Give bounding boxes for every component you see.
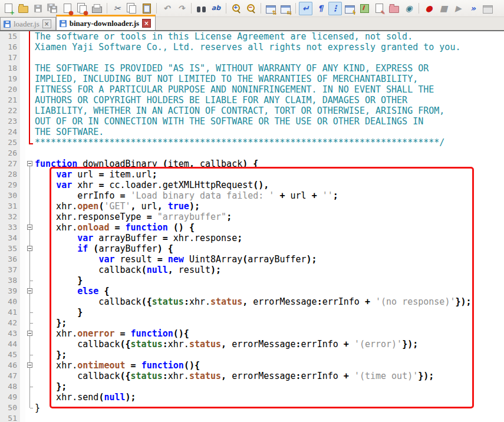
fold-margin bbox=[25, 275, 35, 286]
line-number: 32 bbox=[0, 212, 20, 222]
bookmark-margin bbox=[20, 328, 25, 339]
toolbar-separator bbox=[419, 3, 419, 14]
code-text: }; bbox=[35, 350, 67, 360]
fold-margin bbox=[25, 95, 35, 106]
macro-record-icon[interactable]: ● bbox=[422, 2, 436, 15]
macro-save-icon[interactable] bbox=[481, 2, 495, 15]
close-tab-icon[interactable]: × bbox=[42, 19, 51, 28]
fold-margin bbox=[25, 339, 35, 350]
code-text: callback(null, result); bbox=[35, 265, 221, 275]
bookmark-margin bbox=[20, 212, 25, 222]
fold-collapse-icon[interactable] bbox=[27, 362, 32, 368]
code-text: }; bbox=[35, 381, 67, 392]
zoom-in-icon[interactable]: + bbox=[229, 2, 243, 15]
code-text: Xiamen Yaji Software Co., Ltd. reserves … bbox=[35, 42, 460, 52]
zoom-out-icon[interactable]: − bbox=[244, 2, 258, 15]
line-number: 25 bbox=[0, 137, 20, 148]
code-line: 27function downloadBinary (item, callbac… bbox=[0, 159, 504, 169]
line-number: 20 bbox=[0, 84, 20, 95]
fold-margin bbox=[25, 159, 35, 169]
monitoring-eye-icon[interactable]: ◉ bbox=[402, 2, 416, 15]
bookmark-margin bbox=[20, 63, 25, 74]
tab-label: binary-downloader.js bbox=[70, 19, 139, 28]
line-number: 19 bbox=[0, 74, 20, 84]
line-number: 28 bbox=[0, 169, 20, 180]
cut-icon[interactable]: ✂ bbox=[110, 2, 124, 15]
code-line: 49 xhr.send(null); bbox=[0, 392, 504, 403]
macro-play-icon[interactable]: ▶ bbox=[452, 2, 465, 15]
bookmark-margin bbox=[20, 116, 25, 127]
paste-icon[interactable] bbox=[140, 2, 153, 15]
code-text: errInfo = 'Load binary data failed: ' + … bbox=[35, 190, 338, 201]
fold-collapse-icon[interactable] bbox=[27, 246, 32, 251]
replace-icon[interactable]: ab bbox=[209, 2, 223, 15]
code-editor[interactable]: 15The software or tools in this License … bbox=[0, 31, 504, 422]
fold-margin bbox=[25, 233, 35, 243]
code-line: 19IMPLIED, INCLUDING BUT NOT LIMITED TO … bbox=[0, 74, 504, 84]
code-line: 48 }; bbox=[0, 381, 504, 392]
undo-icon[interactable]: ↶ bbox=[160, 2, 173, 15]
show-all-characters-icon[interactable]: ¶ bbox=[314, 2, 327, 15]
code-line: 18THE SOFTWARE IS PROVIDED "AS IS", WITH… bbox=[0, 63, 504, 74]
tab-loader-js[interactable]: loader.js × bbox=[0, 17, 56, 30]
code-line: 34 var arrayBuffer = xhr.response; bbox=[0, 233, 504, 243]
code-text: xhr.open('GET', url, true); bbox=[35, 201, 200, 212]
fold-collapse-icon[interactable] bbox=[27, 225, 32, 230]
function-list-icon[interactable]: ✎ bbox=[373, 2, 386, 15]
redo-icon[interactable]: ↷ bbox=[174, 2, 188, 15]
code-text: xhr.responseType = "arraybuffer"; bbox=[35, 212, 232, 222]
line-number: 51 bbox=[0, 413, 20, 422]
line-number: 42 bbox=[0, 318, 20, 328]
fold-collapse-icon[interactable] bbox=[27, 331, 32, 336]
code-line: 45 }; bbox=[0, 350, 504, 360]
find-icon[interactable] bbox=[195, 2, 208, 15]
fold-margin bbox=[25, 350, 35, 360]
open-file-icon[interactable] bbox=[17, 2, 30, 15]
code-text: LIABILITY, WHETHER IN AN ACTION OF CONTR… bbox=[35, 106, 444, 116]
line-number: 50 bbox=[0, 403, 20, 413]
new-file-icon[interactable]: + bbox=[2, 2, 15, 15]
bookmark-margin bbox=[20, 127, 25, 137]
close-file-icon[interactable]: ● bbox=[61, 2, 74, 15]
save-icon[interactable] bbox=[31, 2, 45, 15]
line-number: 15 bbox=[0, 31, 20, 42]
code-text: var xhr = cc.loader.getXMLHttpRequest(), bbox=[35, 180, 269, 190]
code-line: 31 xhr.open('GET', url, true); bbox=[0, 201, 504, 212]
bookmark-margin bbox=[20, 286, 25, 296]
bookmark-margin bbox=[20, 31, 25, 42]
indent-guide-icon[interactable]: ⋮ bbox=[328, 2, 342, 15]
fold-margin bbox=[25, 307, 35, 318]
fold-collapse-icon[interactable] bbox=[27, 161, 32, 166]
sync-horizontal-scroll-icon[interactable]: ⇆ bbox=[279, 2, 292, 15]
bookmark-margin bbox=[20, 339, 25, 350]
close-tab-icon[interactable]: × bbox=[142, 19, 151, 28]
code-text: OUT OF OR IN CONNECTION WITH THE SOFTWAR… bbox=[35, 116, 423, 127]
code-line: 36 var result = new Uint8Array(arrayBuff… bbox=[0, 254, 504, 265]
fold-margin bbox=[25, 381, 35, 392]
line-number: 44 bbox=[0, 339, 20, 350]
line-number: 34 bbox=[0, 233, 20, 243]
code-line: 51 bbox=[0, 413, 504, 422]
tab-binary-downloader-js[interactable]: binary-downloader.js × bbox=[56, 15, 156, 30]
folder-as-workspace-icon[interactable] bbox=[387, 2, 401, 15]
macro-stop-icon[interactable]: ■ bbox=[437, 2, 450, 15]
user-defined-language-icon[interactable]: ϟ bbox=[343, 2, 357, 15]
sync-vertical-scroll-icon[interactable]: ⇅ bbox=[264, 2, 278, 15]
bookmark-margin bbox=[20, 95, 25, 106]
toolbar-separator bbox=[191, 3, 192, 14]
print-icon[interactable] bbox=[90, 2, 104, 15]
code-lines: 15The software or tools in this License … bbox=[0, 31, 504, 422]
document-map-icon[interactable] bbox=[358, 2, 371, 15]
fold-margin bbox=[25, 74, 35, 84]
fold-collapse-icon[interactable] bbox=[27, 288, 32, 294]
code-text: xhr.send(null); bbox=[35, 392, 136, 403]
fold-margin bbox=[25, 116, 35, 127]
code-text: }; bbox=[35, 318, 67, 328]
save-all-icon[interactable] bbox=[46, 2, 60, 15]
macro-run-multiple-icon[interactable]: » bbox=[466, 2, 480, 15]
close-all-icon[interactable]: ● bbox=[75, 2, 89, 15]
line-number: 33 bbox=[0, 222, 20, 233]
code-line: 46 xhr.ontimeout = function(){ bbox=[0, 360, 504, 371]
word-wrap-icon[interactable]: ↵ bbox=[299, 2, 312, 15]
copy-icon[interactable] bbox=[125, 2, 139, 15]
